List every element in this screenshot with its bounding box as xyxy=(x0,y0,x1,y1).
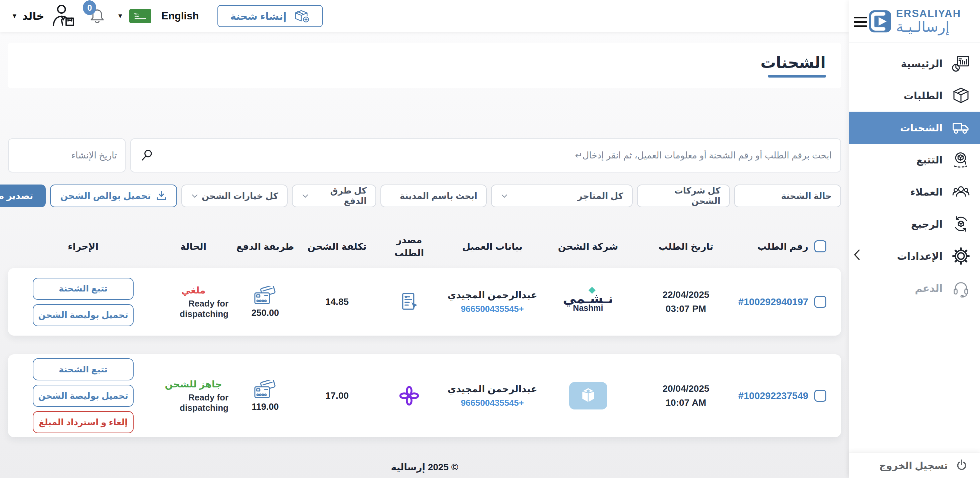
shipping-cost-cell: 17.00 xyxy=(302,390,372,401)
row-checkbox[interactable] xyxy=(815,296,826,308)
dashboard-icon xyxy=(951,54,970,73)
shipment-row: #100292237549 20/04/2025 10:07 AM عبدالر… xyxy=(8,354,841,437)
shipping-company-logo xyxy=(569,382,607,409)
actions-cell: تتبع الشحنة تحميل بوليصة الشحن إلغاء و ا… xyxy=(8,358,158,433)
orders-box-icon xyxy=(951,86,970,105)
sidebar-item-shipments[interactable]: الشحنات xyxy=(849,112,980,144)
order-number-link[interactable]: #100292237549 xyxy=(738,390,808,402)
column-order-number: رقم الطلب xyxy=(734,241,841,252)
order-date-cell: 22/04/2025 03:07 PM xyxy=(638,290,734,314)
table-body: #100292940197 22/04/2025 03:07 PM نـشـمي… xyxy=(8,268,841,437)
chevron-down-icon xyxy=(191,192,199,200)
column-shipping-company: شركة الشحن xyxy=(538,241,638,252)
order-number-link[interactable]: #100292940197 xyxy=(738,296,808,308)
language-switch[interactable]: English xyxy=(161,10,199,22)
content-area: الشحنات xyxy=(0,32,849,478)
track-shipment-button[interactable]: تتبع الشحنة xyxy=(33,358,134,381)
select-all-checkbox[interactable] xyxy=(815,241,826,252)
sidebar-item-label: التتبع xyxy=(916,154,943,166)
column-shipping-cost: تكلفة الشحن xyxy=(302,241,372,252)
row-checkbox[interactable] xyxy=(815,390,826,402)
column-order-date: تاريخ الطلب xyxy=(638,241,734,252)
language-caret-icon[interactable]: ▼ xyxy=(117,12,123,20)
order-source-cell xyxy=(372,291,446,313)
filter-shipping-companies[interactable]: كل شركات الشحن xyxy=(637,185,730,207)
customer-phone-link[interactable]: 966500435545+ xyxy=(461,304,524,314)
sidebar-item-label: الرئيسية xyxy=(901,58,943,70)
brand-name-en: ERSALIYAH xyxy=(896,8,961,19)
sidebar-item-returns[interactable]: الرجيع xyxy=(849,208,980,240)
filter-row: حالة الشحنة كل شركات الشحن كل المتاجر كل… xyxy=(8,185,841,207)
logout-button[interactable]: تسجيل الخروج xyxy=(849,453,980,478)
invoice-pointer-icon xyxy=(398,291,420,313)
sidebar-item-tracking[interactable]: التتبع xyxy=(849,144,980,176)
filter-stores[interactable]: كل المتاجر xyxy=(491,185,633,207)
page-title: الشحنات xyxy=(8,54,826,72)
sidebar-collapse-chevron-icon[interactable] xyxy=(851,247,862,262)
support-headset-icon xyxy=(951,279,970,298)
filter-shipping-options[interactable]: كل خيارات الشحن xyxy=(181,185,288,207)
filter-payment-methods[interactable]: كل طرق الدفع xyxy=(292,185,376,207)
create-shipment-button[interactable]: إنشاء شحنة xyxy=(218,5,323,27)
chevron-down-icon xyxy=(301,192,309,200)
sidebar-item-label: الدعم xyxy=(915,282,943,294)
creation-date-input[interactable] xyxy=(0,150,125,161)
notifications-bell-icon[interactable]: 0 xyxy=(88,6,107,26)
download-waybill-button[interactable]: تحميل بوليصة الشحن xyxy=(33,385,134,407)
brand-logo[interactable]: ERSALIYAH إرسالـيـة xyxy=(849,0,980,43)
download-waybill-button[interactable]: تحميل بوليصة الشحن xyxy=(33,304,134,326)
power-icon xyxy=(954,458,969,473)
column-order-source: مصدر الطلب xyxy=(372,233,446,260)
download-waybills-button[interactable]: تحميل بوالص الشحن xyxy=(50,185,177,207)
track-shipment-button[interactable]: تتبع الشحنة xyxy=(33,278,134,300)
filter-shipment-status[interactable]: حالة الشحنة xyxy=(734,185,841,207)
filter-city-search xyxy=(380,185,487,207)
page-title-card: الشحنات xyxy=(8,43,841,88)
truck-icon xyxy=(951,118,970,137)
copyright-text: © 2025 إرسالية xyxy=(0,462,849,473)
shipping-cost-cell: 14.85 xyxy=(302,296,372,307)
column-status: الحالة xyxy=(158,241,229,252)
credit-card-icon xyxy=(253,286,278,306)
user-menu-caret-icon[interactable]: ▼ xyxy=(11,12,18,20)
settings-gear-icon xyxy=(951,246,970,266)
shipment-row: #100292940197 22/04/2025 03:07 PM نـشـمي… xyxy=(8,268,841,336)
sidebar-nav: الرئيسية الطلبات الشحنات التتبع xyxy=(849,43,980,304)
sidebar-item-settings[interactable]: الإعدادات xyxy=(849,240,980,272)
sidebar-item-orders[interactable]: الطلبات xyxy=(849,80,980,112)
saudi-flag-icon[interactable] xyxy=(129,9,151,23)
search-input[interactable] xyxy=(160,150,832,161)
brand-name-ar: إرسالـيـة xyxy=(896,19,961,34)
hamburger-menu-icon[interactable] xyxy=(854,17,867,27)
sidebar-item-label: الطلبات xyxy=(904,90,943,102)
app-root: ERSALIYAH إرسالـيـة الرئيسية الطلبات xyxy=(0,0,980,478)
customer-cell: عبدالرحمن المجيدي 966500435545+ xyxy=(446,290,538,314)
status-cell: ملغي Ready for dispatching xyxy=(158,285,229,319)
create-shipment-label: إنشاء شحنة xyxy=(230,10,286,22)
cancel-refund-button[interactable]: إلغاء و استرداد المبلغ xyxy=(33,411,134,433)
nashmi-logo: نـشـمي Nashmi xyxy=(563,292,613,312)
customer-phone-link[interactable]: 966500435545+ xyxy=(461,398,524,408)
shipping-company-cell: نـشـمي Nashmi xyxy=(538,292,638,312)
city-search-input[interactable] xyxy=(390,191,477,201)
column-action: الإجراء xyxy=(8,241,158,252)
column-payment-method: طريقة الدفع xyxy=(229,241,302,252)
customers-icon xyxy=(951,182,970,202)
clover-icon xyxy=(399,386,420,406)
logout-label: تسجيل الخروج xyxy=(879,460,948,471)
download-icon xyxy=(156,190,167,202)
sidebar-item-home[interactable]: الرئيسية xyxy=(849,48,980,80)
export-file-button[interactable]: تصدير ملف xyxy=(0,185,46,207)
sidebar-item-support[interactable]: الدعم xyxy=(849,272,980,304)
order-date-cell: 20/04/2025 10:07 AM xyxy=(638,383,734,408)
shipping-company-cell xyxy=(538,382,638,409)
user-name: خالد xyxy=(22,10,45,22)
sidebar: ERSALIYAH إرسالـيـة الرئيسية الطلبات xyxy=(849,0,980,478)
user-avatar-icon[interactable] xyxy=(50,3,76,29)
actions-cell: تتبع الشحنة تحميل بوليصة الشحن xyxy=(8,278,158,326)
status-cell: جاهز للشحن Ready for dispatching xyxy=(158,379,229,413)
sidebar-item-customers[interactable]: العملاء xyxy=(849,176,980,208)
title-underline xyxy=(768,75,826,78)
payment-method-cell: 119.00 xyxy=(229,380,302,412)
main-area: ▼ خالد 0 ▼ English إنشاء شحنة xyxy=(0,0,849,478)
